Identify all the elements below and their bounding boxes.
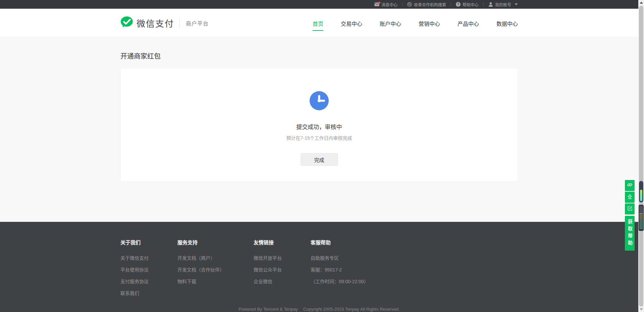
footer-column-customer-help: 客服帮助 自助服务专区 客服：95017-2 （工作时间：09:00-22:00… bbox=[311, 239, 398, 301]
portal-label: 商户平台 bbox=[186, 19, 209, 27]
acquiring-search-icon bbox=[407, 2, 412, 7]
footer: 关于我们 关于微信支付 平台使用协议 支付服务协议 联系我们 服务支持 开发文档… bbox=[0, 222, 638, 312]
scrollbar-down-arrow-icon[interactable] bbox=[640, 308, 643, 310]
status-card: 提交成功，审核中 预计在7-15个工作日内审核完成 完成 bbox=[120, 68, 518, 182]
minimap-segment-yellow bbox=[639, 213, 643, 220]
scrollbar-marker-gradient bbox=[639, 181, 643, 202]
scrollbar-track[interactable] bbox=[638, 0, 644, 312]
logo-wordmark: 微信支付 bbox=[137, 17, 174, 29]
scrollbar-thumb[interactable] bbox=[639, 6, 643, 307]
topbar-item-messages[interactable]: 消息中心 bbox=[370, 0, 402, 9]
topbar-item-acquiring-search[interactable]: 收单合作机构搜索 bbox=[402, 0, 451, 9]
footer-link[interactable]: 自助服务专区 bbox=[311, 254, 398, 261]
topbar-item-help-center[interactable]: ? 帮助中心 bbox=[451, 0, 483, 9]
feedback-button[interactable] bbox=[625, 203, 635, 214]
download-button[interactable] bbox=[625, 192, 635, 203]
powered-by-text: Powered By Tencent & Tenpay bbox=[239, 307, 298, 312]
copyright: Powered By Tencent & TenpayCopyright 200… bbox=[120, 307, 518, 312]
topbar-item-label: 我的账号 bbox=[495, 2, 511, 7]
footer-column-title: 友情链接 bbox=[254, 239, 311, 246]
topbar-item-label: 收单合作机构搜索 bbox=[414, 2, 446, 7]
status-description: 预计在7-15个工作日内审核完成 bbox=[121, 134, 518, 141]
topbar-item-my-account[interactable]: 我的账号 bbox=[484, 0, 518, 9]
topbar: 消息中心 收单合作机构搜索 ? 帮助中心 我的账号 bbox=[0, 0, 638, 9]
minimap-segment-gray bbox=[639, 206, 643, 213]
quick-link-button[interactable] bbox=[625, 180, 635, 191]
main-nav: 首页 交易中心 账户中心 营销中心 产品中心 数据中心 bbox=[313, 16, 518, 30]
logo-divider bbox=[179, 18, 180, 28]
footer-column-title: 客服帮助 bbox=[311, 239, 398, 246]
floating-tools: 获取帮助 bbox=[625, 180, 635, 251]
footer-link[interactable]: 微信公众平台 bbox=[254, 266, 311, 273]
footer-column-title: 关于我们 bbox=[120, 239, 177, 246]
footer-link[interactable]: 支付服务协议 bbox=[120, 278, 177, 285]
status-title: 提交成功，审核中 bbox=[121, 122, 518, 131]
footer-column-about: 关于我们 关于微信支付 平台使用协议 支付服务协议 联系我们 bbox=[120, 239, 177, 301]
pending-clock-icon bbox=[310, 91, 329, 112]
footer-link[interactable]: 开发文档（商户） bbox=[177, 254, 254, 261]
copyright-text: Copyright 2005-2023 Tenpay All Rights Re… bbox=[303, 307, 399, 312]
footer-link[interactable]: 企业微信 bbox=[254, 278, 311, 285]
done-button[interactable]: 完成 bbox=[301, 153, 338, 166]
download-icon bbox=[627, 194, 633, 201]
notification-dot bbox=[378, 2, 380, 4]
footer-link[interactable]: 物料下载 bbox=[177, 278, 254, 285]
nav-item-transaction-center[interactable]: 交易中心 bbox=[341, 16, 362, 30]
svg-text:?: ? bbox=[457, 3, 459, 6]
get-help-button[interactable]: 获取帮助 bbox=[625, 216, 635, 251]
customer-service-number: 客服：95017-2 bbox=[311, 266, 398, 273]
main-content: 开通商家红包 提交成功，审核中 预计在7-15个工作日内审核完成 完成 bbox=[0, 38, 638, 222]
footer-link[interactable]: 平台使用协议 bbox=[120, 266, 177, 273]
page: 消息中心 收单合作机构搜索 ? 帮助中心 我的账号 bbox=[0, 0, 638, 312]
footer-column-title: 服务支持 bbox=[177, 239, 254, 246]
footer-link[interactable]: 微信开放平台 bbox=[254, 254, 311, 261]
scrollbar-up-arrow-icon[interactable] bbox=[640, 2, 643, 4]
nav-item-product-center[interactable]: 产品中心 bbox=[458, 16, 479, 30]
footer-link[interactable]: 关于微信支付 bbox=[120, 254, 177, 261]
chevron-down-icon bbox=[515, 3, 518, 5]
minimap-segment-teal bbox=[639, 220, 643, 229]
topbar-item-label: 帮助中心 bbox=[463, 2, 479, 7]
help-icon: ? bbox=[456, 2, 461, 7]
nav-item-account-center[interactable]: 账户中心 bbox=[380, 16, 401, 30]
footer-column-service-support: 服务支持 开发文档（商户） 开发文档（合作伙伴） 物料下载 bbox=[177, 239, 254, 301]
feedback-compose-icon bbox=[627, 205, 633, 213]
nav-item-home[interactable]: 首页 bbox=[313, 16, 323, 30]
link-icon bbox=[627, 182, 633, 189]
page-title: 开通商家红包 bbox=[120, 51, 518, 61]
working-hours: （工作时间：09:00-22:00） bbox=[311, 278, 398, 285]
user-icon bbox=[488, 2, 493, 7]
get-help-label: 获取帮助 bbox=[625, 219, 635, 247]
topbar-item-label: 消息中心 bbox=[381, 2, 397, 7]
header: 微信支付 商户平台 首页 交易中心 账户中心 营销中心 产品中心 数据中心 bbox=[0, 9, 638, 38]
message-icon bbox=[374, 2, 379, 6]
nav-item-marketing-center[interactable]: 营销中心 bbox=[419, 16, 440, 30]
footer-link[interactable]: 联系我们 bbox=[120, 290, 177, 296]
nav-item-data-center[interactable]: 数据中心 bbox=[496, 16, 518, 30]
wechat-pay-logo[interactable]: 微信支付 商户平台 bbox=[120, 16, 209, 30]
footer-link[interactable]: 开发文档（合作伙伴） bbox=[177, 266, 254, 273]
scrollbar-marker-minimap bbox=[639, 205, 644, 231]
footer-column-friendly-links: 友情链接 微信开放平台 微信公众平台 企业微信 bbox=[254, 239, 311, 301]
wechat-bubble-icon bbox=[120, 16, 133, 30]
